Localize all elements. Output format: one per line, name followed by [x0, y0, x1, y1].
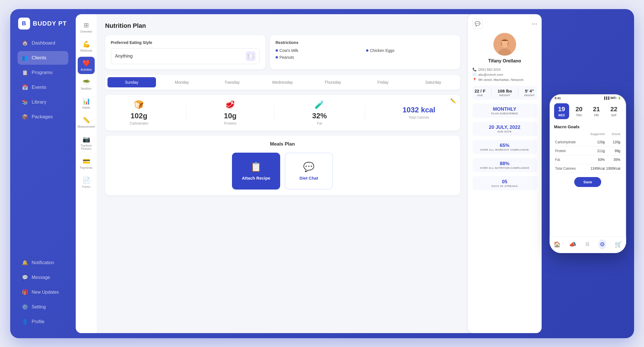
restrictions-grid: Cow's Milk Chicken Eggs Peanuts [276, 48, 454, 60]
sidebar-item-setting[interactable]: ⚙️ Setting [18, 300, 68, 314]
sidebar-item-events[interactable]: 📅 Events [18, 81, 68, 94]
macro-goals-table: Suggested Actual Carbohydrate 120g 120g … [554, 133, 622, 173]
tab-friday[interactable]: Friday [359, 77, 407, 87]
phone-activity-icon[interactable]: 📣 [569, 241, 576, 248]
battery-icon: 🔋 [618, 96, 621, 100]
restrictions-card: Restrictions Cow's Milk Chicken Eggs [270, 35, 460, 69]
sidebar-item-library[interactable]: 📚 Library [18, 95, 68, 109]
clients-icon: 👥 [22, 54, 28, 61]
tab-measurement[interactable]: 📏 Measurement [78, 114, 95, 131]
tab-transform[interactable]: 📷 Tranform Pictures [78, 133, 95, 153]
phone-screen-icon[interactable]: 🖥 [584, 241, 590, 247]
tab-workouts[interactable]: 💪 Workouts [78, 38, 95, 55]
tab-wednesday[interactable]: Wednesday [258, 77, 307, 87]
cal-day-fri[interactable]: 21 FRI [589, 103, 604, 119]
tab-monday[interactable]: Monday [158, 77, 206, 87]
cal-day-sat[interactable]: 22 SAT [606, 103, 622, 119]
stats-row: 22 / F AGE 108 lbs WEIGHT 5' 4" HEIGHT [472, 86, 537, 100]
phone-cart-icon[interactable]: 🛒 [615, 241, 622, 248]
sidebar-item-profile[interactable]: 👤 Profile [18, 315, 68, 329]
mg-row-protein: Protein 111g 99g [554, 147, 622, 155]
restriction-dot [276, 49, 278, 52]
avatar [493, 33, 516, 56]
proteins-value: 10g [224, 112, 237, 120]
profile-address-row: 📍 9th street, Manhattan, Newyork [472, 78, 537, 82]
location-icon: 📍 [472, 78, 477, 82]
eating-style-value: Anything [115, 54, 133, 59]
cal-day-thu[interactable]: 20 THU [571, 103, 587, 119]
profile-phone-row: 📞 (201) 562-3210 [472, 68, 537, 71]
email-icon: ✉️ [472, 73, 477, 77]
dashboard-icon: 🏠 [22, 40, 28, 47]
macro-calories: 1032 kcal Total Calories [402, 106, 435, 119]
message-icon: 💬 [22, 274, 28, 281]
profile-icon: 👤 [22, 318, 28, 325]
library-icon: 📚 [22, 99, 28, 106]
workout-compliance-badge: 65% OVER ALL WORKOUT COMPLIANCE [472, 140, 537, 154]
macro-fat: 🧪 32% Fat [312, 100, 327, 125]
sidebar-bottom: 🔔 Notification 💬 Message 🎁 New Updates ⚙… [15, 256, 71, 333]
phone-gear-icon[interactable]: ⚙ [598, 239, 606, 249]
more-options-button[interactable]: ⋯ [531, 20, 537, 27]
sidebar-item-programs[interactable]: 📋 Programs [18, 66, 68, 79]
phone-save-button[interactable]: Save [574, 177, 601, 187]
attach-recipe-button[interactable]: 📋 Attach Recipe [232, 153, 280, 190]
tab-thursday[interactable]: Thursday [309, 77, 357, 87]
tab-habits[interactable]: 📊 Habits [78, 95, 95, 112]
macro-goals-title: Macro Goals [554, 124, 622, 129]
workouts-icon: 💪 [83, 41, 90, 48]
proteins-label: Proteins [224, 121, 237, 125]
carbs-icon: 🍞 [134, 100, 144, 109]
restriction-item: Chicken Eggs [366, 48, 454, 53]
calendar-row: 19 WED 20 THU 21 FRI 22 SAT [554, 103, 622, 119]
phone-home-icon[interactable]: 🏠 [554, 241, 561, 248]
tab-activities[interactable]: ❤️ Activities [78, 57, 95, 74]
tab-overview[interactable]: ⊞ Overview [78, 19, 95, 36]
sidebar-item-packages[interactable]: 📦 Packages [18, 110, 68, 124]
tab-payments[interactable]: 💳 Payments [78, 155, 95, 172]
forms-icon: 📄 [83, 177, 90, 184]
edit-button[interactable]: ✏️ [450, 98, 456, 104]
logo: B BUDDY PT [15, 14, 71, 36]
sidebar-item-clients[interactable]: 👥 Clients [18, 51, 68, 65]
left-sidebar: B BUDDY PT 🏠 Dashboard 👥 Clients 📋 Progr… [15, 14, 71, 333]
due-date-badge: 20 JULY, 2022 DUE DATE [472, 122, 537, 136]
macro-divider [365, 106, 365, 120]
profile-info: 📞 (201) 562-3210 ✉️ abc@vcinch.com 📍 9th… [472, 68, 537, 82]
sidebar-item-new-updates[interactable]: 🎁 New Updates [18, 285, 68, 299]
phone-bottom-nav: 🏠 📣 🖥 ⚙ 🛒 [550, 236, 626, 253]
meals-plan-card: Meals Plan 📋 Attach Recipe 💬 Diet Chat [105, 136, 460, 195]
macros-card: ✏️ 🍞 102g Carbodrates 🥩 10g Proteins 🧪 3… [105, 95, 460, 131]
plan-subscribed-badge: MONTHLY PLAN SUBSCRIBED [472, 104, 537, 118]
camera-icon: 📷 [83, 136, 90, 143]
macro-divider [274, 106, 275, 120]
sidebar-item-message[interactable]: 💬 Message [18, 271, 68, 284]
overview-icon: ⊞ [84, 22, 89, 29]
restriction-dot [276, 56, 278, 58]
profile-section: Tifany Orellano [472, 33, 537, 64]
right-header: 💬 ⋯ [472, 19, 537, 29]
fat-label: Fat [317, 121, 322, 125]
restriction-item: Peanuts [276, 55, 364, 60]
cal-day-wed[interactable]: 19 WED [554, 103, 569, 119]
tab-nutrition[interactable]: 🥗 Nutrition [78, 76, 95, 93]
mg-header: Suggested Actual [554, 133, 622, 136]
tab-sunday[interactable]: Sunday [107, 77, 156, 87]
habits-icon: 📊 [83, 98, 90, 105]
diet-chat-button[interactable]: 💬 Diet Chat [285, 153, 333, 190]
right-sidebar: 💬 ⋯ Tifany Orellano [468, 14, 542, 333]
stat-weight: 108 lbs WEIGHT [498, 89, 512, 97]
tab-tuesday[interactable]: Tuesday [208, 77, 256, 87]
nutrition-compliance-badge: 88% OVER ALL NUTRITION COMPLIANCE [472, 158, 537, 172]
phone-frame: 9:41 ▐▐▐ WiFi 🔋 19 WED 20 THU [550, 94, 626, 253]
tab-forms[interactable]: 📄 Forms [78, 174, 95, 191]
tab-saturday[interactable]: Saturday [409, 77, 457, 87]
nutrition-icon: 🥗 [83, 79, 90, 86]
chat-button[interactable]: 💬 [472, 19, 483, 29]
sidebar-item-dashboard[interactable]: 🏠 Dashboard [18, 36, 68, 50]
eating-style-input[interactable]: Anything 🍽️ [111, 48, 260, 64]
sidebar-item-notification[interactable]: 🔔 Notification [18, 256, 68, 270]
mg-row-carb: Carbohydrate 120g 120g [554, 138, 622, 147]
calories-value: 1032 kcal [402, 106, 435, 114]
events-icon: 📅 [22, 84, 28, 91]
